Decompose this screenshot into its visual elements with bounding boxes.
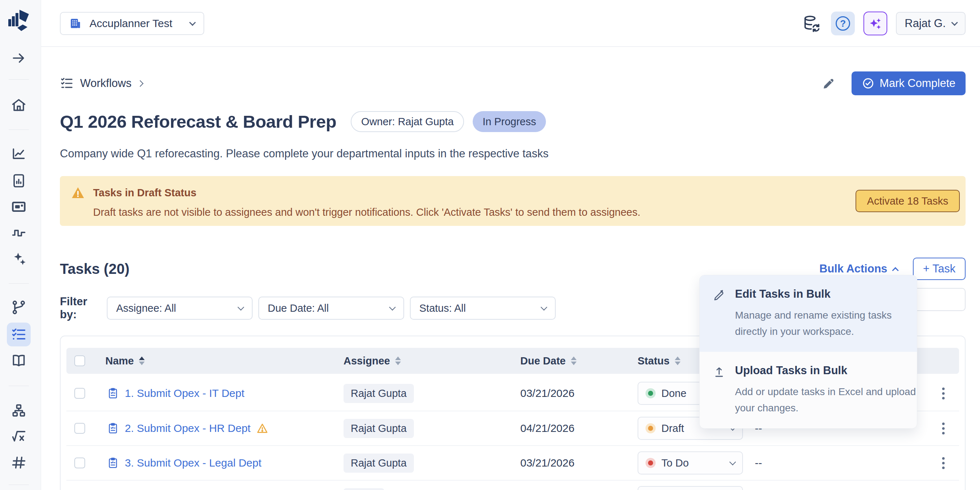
sidebar-divider <box>9 485 29 485</box>
sort-icon[interactable] <box>139 356 145 365</box>
check-circle-icon <box>862 77 875 90</box>
menu-item-edit-tasks[interactable]: Edit Tasks in Bulk Manage and rename exi… <box>700 275 917 352</box>
sidebar-item-analytics[interactable] <box>7 142 31 165</box>
user-menu[interactable]: Rajat G. <box>896 12 966 35</box>
sort-icon[interactable] <box>571 356 577 365</box>
sidebar-divider <box>9 386 29 386</box>
hash-icon <box>11 455 27 471</box>
sort-icon[interactable] <box>675 356 681 365</box>
assignee-pill: Rajat Gupta <box>344 453 414 473</box>
row-checkbox[interactable] <box>74 458 85 468</box>
line-chart-icon <box>11 146 27 162</box>
chevron-down-icon <box>189 19 196 25</box>
sidebar-item-formulas[interactable] <box>7 424 31 448</box>
due-date: 03/21/2026 <box>517 457 632 469</box>
report-doc-icon <box>11 173 27 189</box>
sidebar-item-reports[interactable] <box>7 169 31 192</box>
task-list-icon <box>11 326 27 342</box>
home-icon <box>11 97 27 113</box>
chevron-down-icon <box>951 19 958 25</box>
workspace-selector[interactable]: Accuplanner Test <box>60 12 204 35</box>
assignee-filter-value: Assignee: All <box>116 302 239 314</box>
sidebar <box>0 0 41 490</box>
column-header-name[interactable]: Name <box>98 355 340 367</box>
task-link[interactable]: 1. Submit Opex - IT Dept <box>125 387 244 399</box>
task-link[interactable]: 2. Submit Opex - HR Dept <box>125 422 250 434</box>
chevron-down-icon <box>389 304 396 310</box>
workflow-description: Company wide Q1 reforecasting. Please co… <box>60 147 966 160</box>
sidebar-item-ai[interactable] <box>7 247 31 270</box>
book-icon <box>11 352 27 368</box>
row-menu-button[interactable] <box>942 423 959 434</box>
due-date: 04/21/2026 <box>517 422 632 434</box>
tasks-heading: Tasks (20) <box>60 261 819 277</box>
sidebar-item-home[interactable] <box>7 93 31 117</box>
task-link[interactable]: 3. Submit Opex - Legal Dept <box>125 457 262 469</box>
clipboard-icon <box>107 422 119 434</box>
activate-tasks-button[interactable]: Activate 18 Tasks <box>856 190 960 212</box>
table-row-partial <box>67 480 959 490</box>
filter-by-label: Filter by: <box>60 295 107 321</box>
status-badge: In Progress <box>473 111 546 132</box>
assignee-pill <box>344 488 384 490</box>
due-date-filter[interactable]: Due Date: All <box>258 297 404 320</box>
assignee-pill: Rajat Gupta <box>344 384 414 403</box>
sparkles-icon <box>868 16 883 31</box>
bulk-actions-menu: Edit Tasks in Bulk Manage and rename exi… <box>699 275 917 429</box>
status-filter-value: Status: All <box>419 302 542 314</box>
due-date: 03/21/2026 <box>517 387 632 399</box>
pencil-icon <box>822 76 836 90</box>
page-title: Q1 2026 Reforecast & Board Prep <box>60 111 336 132</box>
breadcrumb[interactable]: Workflows <box>60 76 143 90</box>
row-checkbox[interactable] <box>74 388 85 399</box>
sqrt-icon <box>11 428 27 444</box>
bulk-actions-button[interactable]: Bulk Actions <box>819 262 898 275</box>
menu-item-upload-tasks[interactable]: Upload Tasks in Bulk Add or update tasks… <box>700 352 917 428</box>
ai-assistant-button[interactable] <box>864 11 887 35</box>
data-sync-button[interactable] <box>802 14 820 32</box>
row-menu-button[interactable] <box>942 457 959 469</box>
row-checkbox[interactable] <box>74 423 85 434</box>
breadcrumb-label: Workflows <box>80 77 131 90</box>
menu-item-title: Upload Tasks in Bulk <box>735 364 917 377</box>
warning-icon <box>256 422 269 434</box>
row-menu-button[interactable] <box>942 388 959 399</box>
sort-icon[interactable] <box>395 356 401 365</box>
topbar: Accuplanner Test ? Rajat G. <box>41 0 980 47</box>
workspace-name: Accuplanner Test <box>89 18 182 30</box>
mark-complete-button[interactable]: Mark Complete <box>851 72 966 95</box>
add-task-button[interactable]: + Task <box>913 258 966 280</box>
sidebar-item-org[interactable] <box>7 399 31 423</box>
status-select[interactable]: To Do <box>638 452 743 474</box>
sidebar-item-scenarios[interactable] <box>7 221 31 245</box>
sidebar-item-presentations[interactable] <box>7 195 31 219</box>
status-select[interactable] <box>638 486 743 490</box>
chevron-down-icon <box>729 458 736 465</box>
menu-item-description: Manage and rename existing tasks directl… <box>735 307 917 339</box>
assignee-filter[interactable]: Assignee: All <box>107 297 253 320</box>
workflow-list-icon <box>60 76 73 90</box>
column-header-assignee[interactable]: Assignee <box>340 355 517 367</box>
sidebar-item-workflows-active[interactable] <box>7 323 31 347</box>
select-all-checkbox[interactable] <box>74 355 85 366</box>
assignee-pill: Rajat Gupta <box>344 419 414 438</box>
column-header-due-date[interactable]: Due Date <box>517 355 632 367</box>
user-name: Rajat G. <box>905 17 946 30</box>
sidebar-expand-button[interactable] <box>7 46 31 70</box>
help-button[interactable]: ? <box>831 11 855 35</box>
banner-title: Tasks in Draft Status <box>93 187 196 199</box>
pencil-icon <box>713 288 725 339</box>
database-sync-icon <box>802 14 820 32</box>
clipboard-icon <box>107 457 119 469</box>
status-filter[interactable]: Status: All <box>410 297 556 320</box>
sidebar-item-knowledge[interactable] <box>7 348 31 372</box>
git-branch-icon <box>11 299 27 315</box>
sidebar-item-tags[interactable] <box>7 451 31 474</box>
sidebar-item-workflow-builder[interactable] <box>7 296 31 319</box>
edit-workflow-button[interactable] <box>822 76 836 90</box>
warning-icon <box>71 186 85 200</box>
mark-complete-label: Mark Complete <box>880 77 956 90</box>
status-dot-icon <box>648 426 653 431</box>
building-icon <box>69 18 81 30</box>
chevron-down-icon <box>541 304 547 310</box>
